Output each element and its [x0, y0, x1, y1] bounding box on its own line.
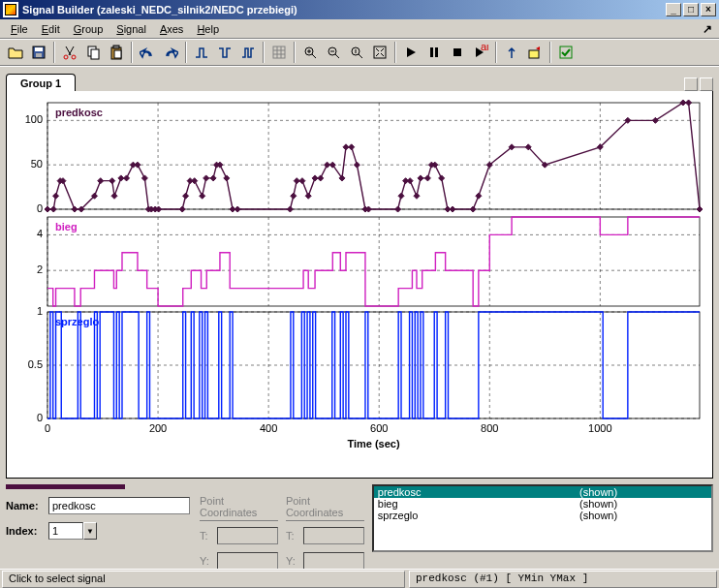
svg-text:0: 0 [45, 422, 50, 434]
t-input-1 [217, 527, 278, 544]
open-icon[interactable] [5, 42, 26, 63]
svg-text:600: 600 [370, 422, 388, 434]
svg-text:800: 800 [481, 422, 498, 434]
chevron-down-icon[interactable]: ▼ [83, 522, 97, 540]
y-input-2 [303, 552, 364, 570]
title-bar: Signal Builder (zaleski_NEDC_silnik2/NED… [0, 0, 719, 19]
pause-icon[interactable] [423, 42, 445, 63]
verify-icon[interactable] [555, 42, 577, 63]
index-input[interactable] [48, 522, 83, 540]
minimize-button[interactable]: _ [666, 3, 681, 16]
zoom-fit-icon[interactable] [369, 42, 391, 63]
svg-text:predkosc: predkosc [55, 107, 103, 118]
svg-rect-16 [435, 47, 438, 57]
svg-rect-35 [47, 217, 700, 306]
index-label: Index: [6, 525, 48, 537]
signal-swatch-bar [6, 484, 364, 489]
play-all-icon[interactable]: all [470, 42, 491, 63]
svg-text:2: 2 [37, 263, 43, 275]
svg-text:1000: 1000 [588, 422, 611, 434]
menu-axes[interactable]: Axes [153, 21, 190, 37]
zoom-in-icon[interactable] [299, 42, 321, 63]
save-icon[interactable] [28, 42, 49, 63]
step-down-icon[interactable] [214, 42, 235, 63]
app-icon [3, 2, 18, 17]
window-title: Signal Builder (zaleski_NEDC_silnik2/NED… [22, 4, 664, 15]
signal-row[interactable]: bieg(shown) [374, 498, 711, 510]
svg-rect-19 [529, 50, 539, 58]
step-up-icon[interactable] [191, 42, 212, 63]
signal-hdr-state: (shown) [576, 486, 711, 498]
svg-point-3 [64, 55, 68, 59]
pulse-icon[interactable] [237, 42, 259, 63]
point-coords-hdr-1: Point Coordinates [200, 495, 278, 521]
maximize-button[interactable]: □ [683, 3, 699, 16]
signal-row[interactable]: sprzeglo(shown) [374, 510, 711, 521]
svg-rect-9 [114, 50, 121, 58]
play-icon[interactable] [400, 42, 422, 63]
svg-text:0.5: 0.5 [28, 358, 43, 370]
signal-up-icon[interactable] [501, 42, 522, 63]
svg-text:Time (sec): Time (sec) [347, 438, 400, 449]
svg-text:all: all [481, 45, 488, 52]
close-button[interactable]: × [701, 3, 716, 16]
y-label-1: Y: [200, 555, 217, 567]
stop-icon[interactable] [447, 42, 468, 63]
index-combo[interactable]: ▼ [48, 522, 97, 540]
signal-list-header[interactable]: predkosc (shown) [374, 486, 711, 498]
point-coords-hdr-2: Point Coordinates [286, 495, 364, 521]
bottom-panel: Name: Index: ▼ Point Coordinates T: Y: [6, 484, 713, 572]
name-label: Name: [6, 500, 48, 511]
t-label-1: T: [200, 530, 217, 542]
tab-scroll-right[interactable] [700, 77, 713, 91]
copy-icon[interactable] [82, 42, 104, 63]
svg-text:100: 100 [25, 113, 43, 125]
grid-icon[interactable] [268, 42, 290, 63]
svg-rect-6 [91, 49, 99, 59]
svg-rect-8 [113, 46, 119, 48]
svg-text:0: 0 [37, 412, 43, 423]
svg-text:1: 1 [37, 305, 43, 317]
svg-text:sprzeglo: sprzeglo [55, 316, 100, 327]
signal-list[interactable]: predkosc (shown) bieg(shown)sprzeglo(sho… [372, 484, 713, 552]
y-label-2: Y: [286, 555, 303, 567]
t-label-2: T: [286, 530, 303, 542]
menu-signal[interactable]: Signal [109, 21, 153, 37]
svg-rect-15 [430, 47, 433, 57]
svg-rect-10 [273, 46, 285, 58]
svg-rect-2 [36, 53, 42, 57]
toolbar: all [0, 39, 719, 66]
paste-icon[interactable] [106, 42, 127, 63]
menu-edit[interactable]: Edit [35, 21, 67, 37]
svg-text:400: 400 [260, 422, 277, 434]
zoom-y-icon[interactable] [346, 42, 367, 63]
redo-icon[interactable] [160, 42, 181, 63]
menu-bar: File Edit Group Signal Axes Help [0, 19, 719, 39]
svg-text:200: 200 [149, 422, 167, 434]
status-right: predkosc (#1) [ YMin YMax ] [409, 571, 717, 588]
name-input[interactable] [48, 497, 190, 514]
tab-group1[interactable]: Group 1 [6, 74, 76, 92]
menu-file[interactable]: File [4, 21, 35, 37]
svg-text:4: 4 [37, 228, 43, 239]
svg-text:50: 50 [31, 158, 43, 170]
menu-group[interactable]: Group [67, 21, 110, 37]
svg-text:0: 0 [37, 202, 43, 214]
cut-icon[interactable] [59, 42, 80, 63]
undo-icon[interactable] [137, 42, 158, 63]
menu-help[interactable]: Help [190, 21, 226, 37]
svg-text:bieg: bieg [55, 221, 78, 232]
plot-area[interactable]: 050100predkosc24bieg00.51020040060080010… [6, 91, 713, 479]
zoom-x-icon[interactable] [323, 42, 344, 63]
tab-scroll-left[interactable] [684, 77, 698, 91]
export-icon[interactable] [524, 42, 546, 63]
svg-rect-17 [453, 48, 461, 56]
y-input-1 [217, 552, 278, 570]
svg-rect-14 [374, 46, 386, 58]
svg-rect-21 [47, 103, 700, 209]
signal-hdr-name: predkosc [374, 486, 576, 498]
svg-rect-1 [35, 47, 43, 51]
t-input-2 [303, 527, 364, 544]
status-left: Click to select signal [2, 571, 405, 588]
context-help-icon[interactable] [700, 21, 715, 37]
